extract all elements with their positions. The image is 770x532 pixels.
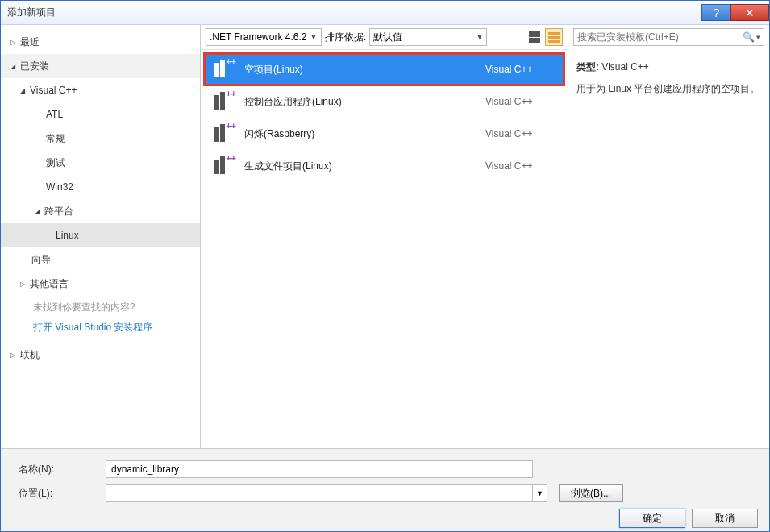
tree-label: 最近: [20, 35, 40, 49]
tree-panel: 最近 已安装 Visual C++ ATL 常规 测试 Win32 跨平台 Li…: [1, 25, 201, 448]
search-icon: 🔍: [743, 31, 755, 43]
chevron-down-icon: [31, 206, 43, 217]
chevron-down-icon: [17, 85, 28, 96]
template-name: 生成文件项目(Linux): [244, 160, 485, 173]
template-icon: ++: [210, 89, 236, 114]
chevron-down-icon: ▼: [310, 33, 317, 41]
tree-wizard[interactable]: 向导: [1, 247, 200, 272]
tree-help-text: 未找到你要查找的内容?: [1, 296, 200, 319]
titlebar: 添加新项目 ? ✕: [1, 1, 769, 25]
template-type: Visual C++: [485, 128, 558, 139]
tree-other-lang[interactable]: 其他语言: [1, 272, 200, 296]
framework-value: .NET Framework 4.6.2: [210, 31, 306, 43]
detail-type-value: Visual C++: [601, 61, 648, 73]
view-buttons: [526, 28, 563, 46]
tree-test[interactable]: 测试: [1, 151, 200, 175]
tree-label: 其他语言: [30, 277, 69, 291]
tree-crossplatform[interactable]: 跨平台: [1, 199, 200, 223]
sort-value: 默认值: [373, 31, 402, 44]
tree-label: ATL: [46, 109, 63, 120]
tree-linux[interactable]: Linux: [1, 223, 200, 247]
template-icon: ++: [210, 121, 236, 147]
help-button[interactable]: ?: [701, 4, 730, 21]
search-box[interactable]: 🔍 ▾: [573, 28, 764, 46]
name-row: 名称(N):: [19, 460, 758, 478]
category-tree: 最近 已安装 Visual C++ ATL 常规 测试 Win32 跨平台 Li…: [1, 25, 200, 448]
search-row: 🔍 ▾: [568, 25, 769, 50]
template-empty-linux[interactable]: ++ 空项目(Linux) Visual C++: [204, 53, 564, 85]
detail-description: 用于为 Linux 平台创建应用程序的空项目。: [576, 81, 761, 97]
template-icon: ++: [210, 153, 236, 179]
action-buttons: 确定 取消: [19, 509, 758, 528]
tree-label: 常规: [46, 132, 65, 146]
tree-win32[interactable]: Win32: [1, 175, 200, 199]
location-input[interactable]: [106, 484, 533, 502]
search-input[interactable]: [577, 31, 743, 43]
template-details: 类型: Visual C++ 用于为 Linux 平台创建应用程序的空项目。: [568, 50, 769, 106]
template-blink-raspberry[interactable]: ++ 闪烁(Raspberry) Visual C++: [204, 118, 564, 150]
template-console-linux[interactable]: ++ 控制台应用程序(Linux) Visual C++: [204, 85, 564, 118]
tree-label: 联机: [20, 348, 40, 362]
tree-label: 测试: [46, 156, 65, 170]
view-grid-button[interactable]: [526, 28, 543, 46]
template-name: 闪烁(Raspberry): [244, 127, 485, 141]
ok-button[interactable]: 确定: [619, 509, 685, 528]
template-type: Visual C++: [485, 64, 558, 75]
center-panel: .NET Framework 4.6.2▼ 排序依据: 默认值▼ ++ 空项目(…: [201, 25, 568, 448]
window-title: 添加新项目: [7, 6, 701, 19]
bottom-panel: 名称(N): 位置(L): ▼ 浏览(B)... 确定 取消: [1, 448, 769, 531]
template-type: Visual C++: [485, 160, 558, 172]
toolbar: .NET Framework 4.6.2▼ 排序依据: 默认值▼: [201, 25, 568, 50]
template-list: ++ 空项目(Linux) Visual C++ ++ 控制台应用程序(Linu…: [201, 50, 568, 448]
tree-atl[interactable]: ATL: [1, 102, 200, 127]
tree-label: 已安装: [20, 60, 49, 73]
template-makefile-linux[interactable]: ++ 生成文件项目(Linux) Visual C++: [204, 150, 564, 182]
cancel-button[interactable]: 取消: [692, 509, 758, 528]
close-button[interactable]: ✕: [730, 4, 769, 21]
right-panel: 🔍 ▾ 类型: Visual C++ 用于为 Linux 平台创建应用程序的空项…: [568, 25, 769, 448]
chevron-down-icon: ▾: [756, 33, 760, 41]
location-dropdown-button[interactable]: ▼: [533, 484, 547, 502]
name-input[interactable]: [106, 460, 533, 478]
tree-visual-cpp[interactable]: Visual C++: [1, 78, 200, 102]
tree-label: 向导: [31, 253, 51, 267]
grid-icon: [529, 31, 540, 43]
sort-label: 排序依据:: [325, 31, 366, 44]
location-label: 位置(L):: [19, 487, 106, 501]
detail-type-label: 类型:: [576, 61, 599, 73]
template-name: 控制台应用程序(Linux): [244, 95, 485, 109]
template-icon: ++: [210, 56, 236, 82]
open-installer-link[interactable]: 打开 Visual Studio 安装程序: [1, 319, 200, 343]
chevron-down-icon: ▼: [476, 33, 483, 41]
tree-online[interactable]: 联机: [1, 343, 200, 367]
view-list-button[interactable]: [545, 28, 563, 46]
list-icon: [548, 32, 560, 43]
template-type: Visual C++: [485, 96, 558, 107]
browse-button[interactable]: 浏览(B)...: [559, 484, 623, 502]
tree-label: 跨平台: [44, 205, 73, 218]
chevron-right-icon: [7, 36, 19, 48]
sort-dropdown[interactable]: 默认值▼: [369, 28, 487, 46]
tree-installed[interactable]: 已安装: [1, 54, 200, 78]
location-row: 位置(L): ▼ 浏览(B)...: [19, 484, 758, 502]
tree-label: Linux: [56, 230, 79, 241]
tree-recent[interactable]: 最近: [1, 30, 200, 54]
chevron-right-icon: [7, 349, 19, 360]
tree-label: Win32: [46, 181, 73, 193]
template-name: 空项目(Linux): [244, 63, 485, 77]
name-label: 名称(N):: [19, 463, 106, 476]
main-content: 最近 已安装 Visual C++ ATL 常规 测试 Win32 跨平台 Li…: [1, 25, 769, 448]
tree-general[interactable]: 常规: [1, 127, 200, 151]
chevron-down-icon: [7, 60, 19, 72]
titlebar-buttons: ? ✕: [701, 4, 769, 21]
chevron-right-icon: [17, 278, 28, 289]
framework-dropdown[interactable]: .NET Framework 4.6.2▼: [206, 28, 322, 46]
tree-label: Visual C++: [30, 85, 77, 96]
